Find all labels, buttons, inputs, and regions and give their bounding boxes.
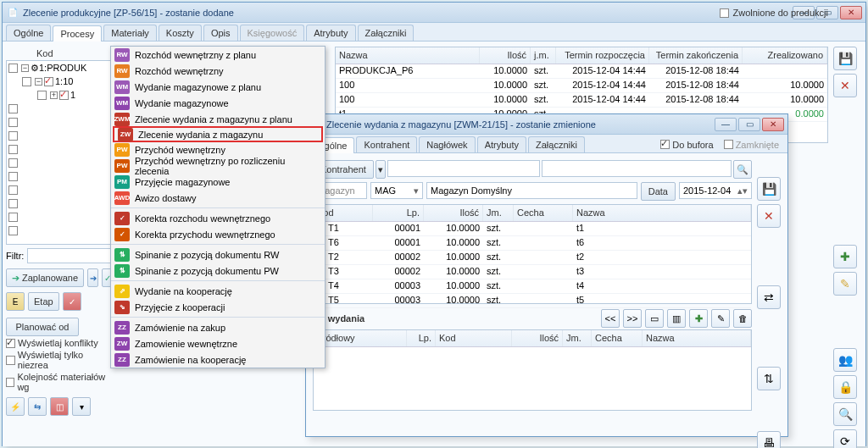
sb-edit-icon[interactable]: ✎ bbox=[833, 272, 857, 296]
g3h-lp[interactable]: Lp. bbox=[407, 330, 436, 346]
close-button[interactable]: ✕ bbox=[840, 6, 862, 19]
kontrahent-name-field[interactable] bbox=[542, 160, 732, 177]
g3h-kod[interactable]: Kod bbox=[436, 330, 512, 346]
gh-zreal[interactable]: Zrealizowano bbox=[743, 47, 827, 64]
sub-tab-kontrahent[interactable]: Kontrahent bbox=[356, 136, 417, 152]
menu-item[interactable]: WMWydanie magazynowe z planu bbox=[111, 79, 325, 95]
table-row[interactable]: T60000110.0000szt.t6 bbox=[314, 236, 751, 251]
menu-item[interactable]: ✓Korekta przychodu wewnętrznego bbox=[111, 226, 325, 242]
g3h-ilosc[interactable]: Ilość bbox=[512, 330, 563, 346]
tab-opis[interactable]: Opis bbox=[203, 25, 238, 41]
menu-item[interactable]: AWDAwizo dostawy bbox=[111, 190, 325, 206]
menu-item[interactable]: ⇅Spinanie z pozycją dokumentu PW bbox=[111, 263, 325, 279]
tree-row-0[interactable]: −⚙ 1:PRODUK bbox=[7, 61, 112, 75]
tree-row-e4[interactable] bbox=[7, 142, 112, 156]
w2-cancel-icon[interactable]: ✕ bbox=[757, 204, 781, 228]
tb-b[interactable]: ▥ bbox=[667, 309, 686, 328]
etap-button[interactable]: Etap bbox=[28, 292, 59, 311]
menu-item[interactable]: PMPrzyjęcie magazynowe bbox=[111, 174, 325, 190]
sub-tab-naglowek[interactable]: Nagłówek bbox=[419, 136, 475, 152]
arrows-button[interactable]: ⇆ bbox=[28, 397, 47, 416]
w2-print-icon[interactable]: 🖶 bbox=[757, 431, 781, 448]
table-row[interactable]: PRODUKCJA_P610.0000szt.2015-12-04 14:442… bbox=[336, 64, 827, 79]
tb-a[interactable]: ▭ bbox=[645, 309, 664, 328]
g2h-lp[interactable]: Lp. bbox=[373, 205, 424, 221]
e-button[interactable]: E bbox=[6, 292, 25, 311]
mag-code[interactable]: MAG▾ bbox=[370, 182, 423, 199]
tree-row-e7[interactable] bbox=[7, 183, 112, 196]
data-field[interactable]: 2015-12-04▴▾ bbox=[679, 182, 752, 199]
tab-zalaczniki[interactable]: Załączniki bbox=[358, 25, 415, 41]
table-row[interactable]: T20000210.0000szt.t2 bbox=[314, 251, 751, 265]
menu-item[interactable]: ⇅Spinanie z pozycją dokumentu RW bbox=[111, 246, 325, 263]
menu-item[interactable]: RWRozchód wewnętrzny z planu bbox=[111, 47, 325, 63]
red-cal-button[interactable]: ◫ bbox=[50, 397, 69, 416]
table-row[interactable]: 10010.0000szt.2015-12-04 14:442015-12-08… bbox=[336, 93, 827, 108]
tree-row-e8[interactable] bbox=[7, 196, 112, 210]
spark-button[interactable]: ⚡ bbox=[6, 397, 25, 416]
tab-ogolne[interactable]: Ogólne bbox=[6, 25, 51, 41]
tab-materialy[interactable]: Materiały bbox=[103, 25, 157, 41]
red-check-button[interactable]: ✓ bbox=[63, 292, 81, 311]
sb-search-icon[interactable]: 🔍 bbox=[833, 402, 857, 426]
gh-end[interactable]: Termin zakończenia bbox=[649, 47, 743, 64]
tree-row-2[interactable]: + 1 bbox=[7, 88, 112, 102]
menu-item[interactable]: ZWMZlecenie wydania z magazynu z planu bbox=[111, 111, 325, 127]
context-menu[interactable]: RWRozchód wewnętrzny z planuRWRozchód we… bbox=[110, 46, 326, 368]
gh-nazwa[interactable]: Nazwa bbox=[336, 47, 480, 64]
data-button[interactable]: Data bbox=[641, 182, 676, 201]
g2h-jm[interactable]: Jm. bbox=[483, 205, 514, 221]
table-row[interactable]: 10010.0000szt.2015-12-04 14:442015-12-08… bbox=[336, 79, 827, 93]
sb-people-icon[interactable]: 👥 bbox=[833, 348, 857, 372]
dd-button[interactable]: ▾ bbox=[72, 397, 91, 416]
tab-atrybuty[interactable]: Atrybuty bbox=[306, 25, 355, 41]
table-row[interactable]: T10000110.0000szt.t1 bbox=[314, 222, 751, 236]
do-bufora-check[interactable]: Do bufora bbox=[660, 140, 713, 150]
w2-link-icon[interactable]: ⇄ bbox=[757, 285, 781, 309]
gh-start[interactable]: Termin rozpoczęcia bbox=[556, 47, 649, 64]
menu-item[interactable]: ZZZamówienie na kooperację bbox=[111, 351, 325, 368]
kontrahent-code-field[interactable] bbox=[387, 160, 540, 177]
tree-row-e5[interactable] bbox=[7, 156, 112, 169]
zwolnione-check[interactable]: Zwolnione do produkcji bbox=[720, 8, 828, 18]
tb-del[interactable]: 🗑 bbox=[733, 309, 752, 328]
sub-tab-zalaczniki[interactable]: Załączniki bbox=[528, 136, 585, 152]
tree-row-e1[interactable] bbox=[7, 102, 112, 115]
gh-jm[interactable]: j.m. bbox=[531, 47, 556, 64]
g3h-nazwa[interactable]: Nazwa bbox=[643, 330, 751, 346]
tree-row-e3[interactable] bbox=[7, 129, 112, 142]
menu-item[interactable]: ZWZamowienie wewnętrzne bbox=[111, 335, 325, 351]
table-row[interactable]: T40000310.0000szt.t4 bbox=[314, 279, 751, 294]
w2-save-icon[interactable]: 💾 bbox=[757, 177, 781, 201]
tab-procesy[interactable]: Procesy bbox=[53, 25, 102, 41]
menu-item[interactable]: ZWZlecenie wydania z magazynu bbox=[113, 126, 323, 142]
menu-item[interactable]: ⇘Przyjęcie z kooperacji bbox=[111, 299, 325, 315]
chk-konflikty[interactable]: Wyświetlaj konflikty bbox=[6, 338, 113, 348]
sb-add-icon[interactable]: ✚ bbox=[833, 245, 857, 268]
tree-row-1[interactable]: − 1:10 bbox=[7, 75, 112, 88]
menu-item[interactable]: ✓Korekta rozchodu wewnętrznego bbox=[111, 210, 325, 226]
g3h-src[interactable]: Źródłowy bbox=[314, 330, 407, 346]
gh-ilosc[interactable]: Ilość bbox=[480, 47, 531, 64]
cancel-x-icon[interactable]: ✕ bbox=[833, 74, 857, 97]
tab-koszty[interactable]: Koszty bbox=[159, 25, 202, 41]
menu-item[interactable]: RWRozchód wewnętrzny bbox=[111, 63, 325, 79]
save-disk-icon[interactable]: 💾 bbox=[833, 47, 857, 70]
planowac-button[interactable]: Planować od bbox=[6, 318, 79, 336]
nav-prev[interactable]: << bbox=[601, 309, 620, 328]
zaplanowane-button[interactable]: ➔Zaplanowane bbox=[6, 268, 84, 287]
nav-next[interactable]: >> bbox=[623, 309, 642, 328]
menu-item[interactable]: ZZZamówienie na zakup bbox=[111, 319, 325, 335]
sub-tab-atrybuty[interactable]: Atrybuty bbox=[477, 136, 526, 152]
g3h-jm[interactable]: Jm. bbox=[563, 330, 592, 346]
tree-row-e2[interactable] bbox=[7, 115, 112, 129]
search-button[interactable]: 🔍 bbox=[733, 160, 752, 179]
tree-row-e6[interactable] bbox=[7, 169, 112, 183]
g3h-cecha[interactable]: Cecha bbox=[592, 330, 643, 346]
g2h-ilosc[interactable]: Ilość bbox=[424, 205, 483, 221]
chk-niezrea[interactable]: Wyświetlaj tylko niezrea bbox=[6, 350, 113, 370]
table-row[interactable]: T30000210.0000szt.t3 bbox=[314, 265, 751, 279]
tree-row-e9[interactable] bbox=[7, 210, 112, 224]
tb-add[interactable]: ✚ bbox=[689, 309, 708, 328]
chk-kolej[interactable]: Kolejność materiałów wg bbox=[6, 372, 113, 392]
